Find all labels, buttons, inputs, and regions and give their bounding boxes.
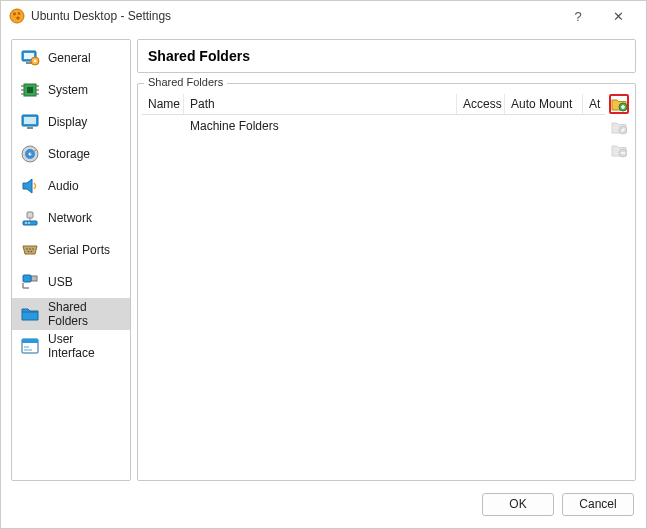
row-group-label: Machine Folders: [190, 119, 279, 133]
svg-rect-39: [24, 346, 29, 348]
disk-icon: [20, 144, 40, 164]
sidebar-item-user-interface[interactable]: User Interface: [12, 330, 130, 362]
table-row[interactable]: Machine Folders: [142, 115, 605, 137]
svg-rect-18: [24, 117, 36, 124]
sidebar-item-label: System: [48, 83, 88, 97]
sidebar-item-label: Shared Folders: [48, 300, 122, 328]
svg-rect-26: [27, 212, 33, 218]
serial-port-icon: [20, 240, 40, 260]
display-icon: [20, 112, 40, 132]
cancel-button[interactable]: Cancel: [562, 493, 634, 516]
sidebar-item-label: Display: [48, 115, 87, 129]
svg-rect-38: [22, 339, 38, 343]
usb-icon: [20, 272, 40, 292]
sidebar-item-label: Network: [48, 211, 92, 225]
svg-rect-33: [31, 276, 37, 281]
sidebar: General System Display Storage: [11, 39, 131, 481]
folders-table[interactable]: Name Path Access Auto Mount At Machine F…: [142, 94, 605, 476]
titlebar: Ubuntu Desktop - Settings ? ✕: [1, 1, 646, 31]
sidebar-item-label: USB: [48, 275, 73, 289]
shared-folders-group: Shared Folders Name Path Access Auto Mou…: [137, 83, 636, 481]
settings-window: Ubuntu Desktop - Settings ? ✕ General Sy…: [0, 0, 647, 529]
sidebar-item-serial-ports[interactable]: Serial Ports: [12, 234, 130, 266]
col-name[interactable]: Name: [142, 94, 184, 114]
svg-point-1: [13, 13, 16, 16]
svg-rect-24: [25, 223, 27, 224]
folder-action-buttons: [609, 94, 631, 476]
ok-button[interactable]: OK: [482, 493, 554, 516]
col-path[interactable]: Path: [184, 94, 457, 114]
svg-point-3: [16, 16, 19, 19]
svg-point-32: [31, 251, 33, 253]
svg-point-28: [26, 248, 28, 250]
sidebar-item-usb[interactable]: USB: [12, 266, 130, 298]
svg-rect-34: [23, 275, 31, 282]
sidebar-item-display[interactable]: Display: [12, 106, 130, 138]
col-auto-mount[interactable]: Auto Mount: [505, 94, 583, 114]
sidebar-item-label: Storage: [48, 147, 90, 161]
network-icon: [20, 208, 40, 228]
app-icon: [9, 8, 25, 24]
sidebar-item-storage[interactable]: Storage: [12, 138, 130, 170]
sidebar-item-network[interactable]: Network: [12, 202, 130, 234]
svg-point-8: [34, 60, 37, 63]
col-access[interactable]: Access: [457, 94, 505, 114]
svg-point-30: [32, 248, 34, 250]
svg-rect-19: [27, 127, 33, 129]
sidebar-item-general[interactable]: General: [12, 42, 130, 74]
help-icon[interactable]: ?: [558, 9, 598, 24]
folder-icon: [20, 304, 40, 324]
group-label: Shared Folders: [144, 76, 227, 88]
svg-point-31: [28, 251, 30, 253]
svg-rect-40: [24, 349, 32, 351]
svg-point-2: [18, 12, 20, 14]
svg-point-29: [29, 248, 31, 250]
sidebar-item-shared-folders[interactable]: Shared Folders: [12, 298, 130, 330]
monitor-settings-icon: [20, 48, 40, 68]
sidebar-item-label: Audio: [48, 179, 79, 193]
window-title: Ubuntu Desktop - Settings: [31, 9, 558, 23]
sidebar-item-audio[interactable]: Audio: [12, 170, 130, 202]
remove-folder-button[interactable]: [609, 140, 629, 160]
add-folder-button[interactable]: [609, 94, 629, 114]
main-panel: Shared Folders Shared Folders Name Path …: [137, 39, 636, 481]
edit-folder-button[interactable]: [609, 117, 629, 137]
svg-rect-25: [28, 223, 30, 224]
footer: OK Cancel: [1, 485, 646, 528]
speaker-icon: [20, 176, 40, 196]
close-icon[interactable]: ✕: [598, 9, 638, 24]
col-at[interactable]: At: [583, 94, 605, 114]
sidebar-item-system[interactable]: System: [12, 74, 130, 106]
svg-point-0: [10, 9, 24, 23]
sidebar-item-label: General: [48, 51, 91, 65]
chip-icon: [20, 80, 40, 100]
sidebar-item-label: User Interface: [48, 332, 122, 360]
table-header: Name Path Access Auto Mount At: [142, 94, 605, 115]
svg-rect-10: [27, 87, 33, 93]
sidebar-item-label: Serial Ports: [48, 243, 110, 257]
main-header: Shared Folders: [137, 39, 636, 73]
content-area: General System Display Storage: [1, 31, 646, 485]
page-title: Shared Folders: [148, 48, 625, 64]
window-layout-icon: [20, 336, 40, 356]
